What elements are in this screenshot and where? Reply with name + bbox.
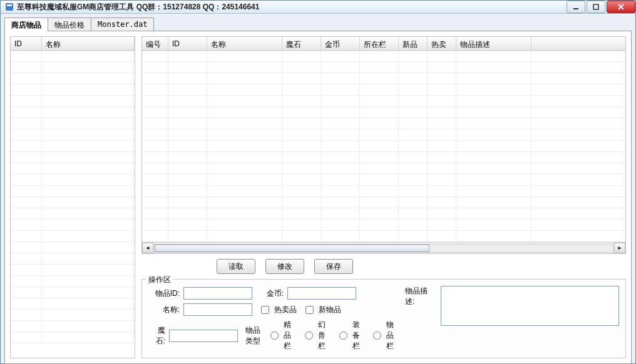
stone-input[interactable] (169, 330, 238, 342)
table-row[interactable] (11, 231, 135, 242)
window-title: 至尊科技魔域私服GM商店管理工具 QQ群：151274828 QQ：245146… (17, 2, 565, 13)
left-grid[interactable]: ID 名称 (10, 36, 135, 358)
table-row[interactable] (11, 265, 135, 276)
radio-item[interactable] (373, 331, 381, 340)
tab-monster-dat[interactable]: Monster.dat (91, 18, 154, 31)
table-row[interactable] (11, 242, 135, 253)
table-row[interactable] (11, 174, 135, 186)
table-row[interactable] (142, 96, 625, 107)
table-row[interactable] (142, 208, 625, 220)
tab-shop-items[interactable]: 商店物品 (4, 18, 48, 31)
scroll-thumb[interactable] (155, 245, 429, 252)
table-row[interactable] (142, 231, 625, 242)
left-grid-body[interactable] (11, 51, 135, 358)
radio-premium[interactable] (270, 331, 279, 340)
table-row[interactable] (11, 186, 135, 197)
radio-equip-label: 装备栏 (352, 320, 365, 351)
table-row[interactable] (142, 62, 625, 73)
table-row[interactable] (142, 186, 625, 197)
scroll-right-button[interactable]: ► (614, 243, 625, 253)
main-grid-body[interactable] (142, 51, 625, 242)
app-icon (4, 2, 14, 12)
table-row[interactable] (142, 197, 625, 208)
table-row[interactable] (11, 118, 135, 129)
main-col-5[interactable]: 所在栏 (360, 37, 399, 50)
main-col-2[interactable]: 名称 (207, 37, 282, 50)
modify-button[interactable]: 修改 (265, 259, 304, 274)
item-id-input[interactable] (183, 287, 252, 300)
radio-beast[interactable] (305, 331, 313, 340)
table-row[interactable] (11, 287, 135, 298)
main-col-8[interactable]: 物品描述 (456, 37, 531, 50)
operation-area: 操作区 物品ID: 金币: 名称: (141, 279, 626, 358)
gold-input[interactable] (287, 287, 356, 300)
gold-label: 金币: (260, 288, 284, 299)
tab-item-price[interactable]: 物品价格 (48, 18, 91, 31)
name-input[interactable] (183, 303, 252, 316)
read-button[interactable]: 读取 (217, 259, 255, 274)
table-row[interactable] (11, 62, 135, 73)
table-row[interactable] (11, 84, 135, 96)
table-row[interactable] (142, 118, 625, 129)
maximize-button[interactable] (587, 1, 605, 13)
table-row[interactable] (11, 51, 135, 62)
new-label: 新物品 (319, 305, 341, 315)
table-row[interactable] (11, 321, 135, 332)
scroll-track[interactable] (154, 244, 613, 253)
hot-label: 热卖品 (274, 305, 297, 315)
table-row[interactable] (11, 208, 135, 220)
table-row[interactable] (11, 220, 135, 231)
main-col-6[interactable]: 新品 (399, 37, 428, 50)
table-row[interactable] (11, 107, 135, 118)
close-button[interactable] (607, 1, 635, 13)
main-grid[interactable]: 编号ID名称魔石金币所在栏新品热卖物品描述 ◄ ► (141, 36, 626, 254)
table-row[interactable] (142, 163, 625, 174)
table-row[interactable] (142, 152, 625, 163)
main-col-4[interactable]: 金币 (321, 37, 360, 50)
main-col-3[interactable]: 魔石 (282, 37, 321, 50)
main-col-0[interactable]: 编号 (142, 37, 168, 50)
table-row[interactable] (142, 174, 625, 186)
table-row[interactable] (142, 73, 625, 84)
radio-beast-label: 幻兽栏 (318, 320, 331, 351)
item-id-label: 物品ID: (148, 288, 180, 299)
operation-legend: 操作区 (146, 275, 173, 285)
title-bar: 至尊科技魔域私服GM商店管理工具 QQ群：151274828 QQ：245146… (1, 1, 635, 14)
left-col-id[interactable]: ID (11, 37, 42, 50)
table-row[interactable] (142, 141, 625, 152)
table-row[interactable] (11, 96, 135, 107)
minimize-button[interactable] (567, 1, 585, 13)
scroll-left-button[interactable]: ◄ (142, 243, 153, 253)
table-row[interactable] (11, 152, 135, 163)
table-row[interactable] (11, 298, 135, 310)
table-row[interactable] (11, 253, 135, 265)
table-row[interactable] (142, 107, 625, 118)
table-row[interactable] (142, 220, 625, 231)
desc-label: 物品描述: (405, 286, 437, 307)
table-row[interactable] (11, 163, 135, 174)
table-row[interactable] (11, 129, 135, 141)
table-row[interactable] (142, 129, 625, 141)
main-col-1[interactable]: ID (168, 37, 207, 50)
hot-checkbox[interactable] (261, 306, 269, 314)
new-checkbox[interactable] (305, 306, 314, 314)
table-row[interactable] (11, 141, 135, 152)
desc-textarea[interactable] (441, 286, 619, 326)
table-row[interactable] (11, 73, 135, 84)
table-row[interactable] (11, 310, 135, 321)
svg-rect-3 (593, 4, 598, 9)
left-col-name[interactable]: 名称 (42, 37, 135, 50)
tab-panel: ID 名称 编号ID名称魔石金币所在栏新品热卖物品描述 ◄ ► (4, 31, 632, 364)
save-button[interactable]: 保存 (314, 259, 353, 274)
table-row[interactable] (11, 197, 135, 208)
horizontal-scrollbar[interactable]: ◄ ► (142, 242, 625, 253)
table-row[interactable] (142, 84, 625, 96)
table-row[interactable] (11, 332, 135, 343)
table-row[interactable] (11, 276, 135, 287)
type-label: 物品类型 (245, 325, 262, 346)
table-row[interactable] (142, 51, 625, 62)
radio-equip[interactable] (339, 331, 347, 340)
main-col-7[interactable]: 热卖 (428, 37, 456, 50)
stone-label: 魔石: (148, 325, 165, 346)
name-label: 名称: (148, 305, 180, 315)
